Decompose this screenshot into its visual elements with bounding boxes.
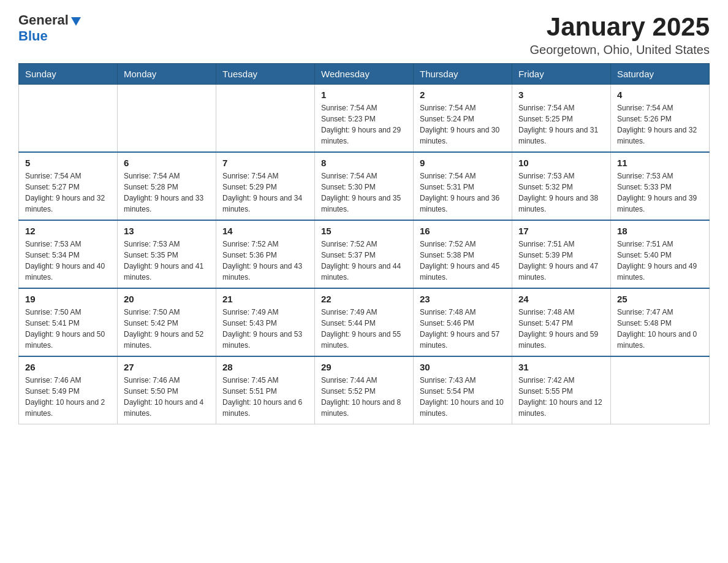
day-info: Sunrise: 7:53 AMSunset: 5:34 PMDaylight:… bbox=[25, 239, 111, 283]
day-info: Sunrise: 7:54 AMSunset: 5:25 PMDaylight:… bbox=[518, 102, 604, 147]
calendar-day-cell: 29Sunrise: 7:44 AMSunset: 5:52 PMDayligh… bbox=[315, 356, 414, 424]
day-info: Sunrise: 7:54 AMSunset: 5:24 PMDaylight:… bbox=[420, 102, 506, 147]
day-number: 12 bbox=[25, 226, 111, 236]
day-info: Sunrise: 7:53 AMSunset: 5:33 PMDaylight:… bbox=[617, 170, 703, 215]
month-title: January 2025 bbox=[530, 12, 710, 42]
day-info: Sunrise: 7:53 AMSunset: 5:32 PMDaylight:… bbox=[518, 170, 604, 215]
day-info: Sunrise: 7:53 AMSunset: 5:35 PMDaylight:… bbox=[124, 239, 210, 283]
weekday-header-sunday: Sunday bbox=[19, 64, 118, 85]
calendar-day-cell: 10Sunrise: 7:53 AMSunset: 5:32 PMDayligh… bbox=[512, 152, 611, 220]
day-info: Sunrise: 7:43 AMSunset: 5:54 PMDaylight:… bbox=[420, 375, 506, 419]
day-number: 29 bbox=[321, 362, 407, 372]
day-info: Sunrise: 7:48 AMSunset: 5:47 PMDaylight:… bbox=[518, 307, 604, 351]
day-number: 10 bbox=[518, 158, 604, 168]
calendar-week-row: 5Sunrise: 7:54 AMSunset: 5:27 PMDaylight… bbox=[19, 152, 710, 220]
day-number: 13 bbox=[124, 226, 210, 236]
weekday-header-wednesday: Wednesday bbox=[315, 64, 414, 85]
day-info: Sunrise: 7:54 AMSunset: 5:30 PMDaylight:… bbox=[321, 170, 407, 215]
day-info: Sunrise: 7:52 AMSunset: 5:37 PMDaylight:… bbox=[321, 239, 407, 283]
weekday-header-tuesday: Tuesday bbox=[216, 64, 315, 85]
logo-blue-text: Blue bbox=[18, 28, 82, 44]
day-number: 8 bbox=[321, 158, 407, 168]
calendar-day-cell: 25Sunrise: 7:47 AMSunset: 5:48 PMDayligh… bbox=[611, 288, 710, 356]
day-info: Sunrise: 7:42 AMSunset: 5:55 PMDaylight:… bbox=[518, 375, 604, 419]
calendar-week-row: 1Sunrise: 7:54 AMSunset: 5:23 PMDaylight… bbox=[19, 85, 710, 153]
svg-marker-0 bbox=[71, 17, 81, 26]
day-info: Sunrise: 7:50 AMSunset: 5:41 PMDaylight:… bbox=[25, 307, 111, 351]
logo-triangle-icon bbox=[70, 15, 82, 27]
day-number: 5 bbox=[25, 158, 111, 168]
calendar-day-cell: 20Sunrise: 7:50 AMSunset: 5:42 PMDayligh… bbox=[118, 288, 216, 356]
calendar-day-cell: 26Sunrise: 7:46 AMSunset: 5:49 PMDayligh… bbox=[19, 356, 118, 424]
day-info: Sunrise: 7:54 AMSunset: 5:28 PMDaylight:… bbox=[124, 170, 210, 215]
calendar-day-cell: 19Sunrise: 7:50 AMSunset: 5:41 PMDayligh… bbox=[19, 288, 118, 356]
day-number: 3 bbox=[518, 90, 604, 100]
logo-general-text: General bbox=[18, 12, 69, 28]
calendar-day-cell: 23Sunrise: 7:48 AMSunset: 5:46 PMDayligh… bbox=[414, 288, 512, 356]
day-number: 6 bbox=[124, 158, 210, 168]
calendar-day-cell: 2Sunrise: 7:54 AMSunset: 5:24 PMDaylight… bbox=[414, 85, 512, 153]
day-info: Sunrise: 7:46 AMSunset: 5:50 PMDaylight:… bbox=[124, 375, 210, 419]
day-number: 1 bbox=[321, 90, 407, 100]
calendar-day-cell: 22Sunrise: 7:49 AMSunset: 5:44 PMDayligh… bbox=[315, 288, 414, 356]
day-number: 2 bbox=[420, 90, 506, 100]
calendar-day-cell: 18Sunrise: 7:51 AMSunset: 5:40 PMDayligh… bbox=[611, 220, 710, 288]
calendar-day-cell: 16Sunrise: 7:52 AMSunset: 5:38 PMDayligh… bbox=[414, 220, 512, 288]
day-number: 31 bbox=[518, 362, 604, 372]
calendar-day-cell: 9Sunrise: 7:54 AMSunset: 5:31 PMDaylight… bbox=[414, 152, 512, 220]
day-info: Sunrise: 7:54 AMSunset: 5:29 PMDaylight:… bbox=[222, 170, 308, 215]
title-section: January 2025 Georgetown, Ohio, United St… bbox=[530, 12, 710, 57]
day-number: 25 bbox=[617, 294, 703, 304]
day-number: 4 bbox=[617, 90, 703, 100]
calendar-day-cell: 12Sunrise: 7:53 AMSunset: 5:34 PMDayligh… bbox=[19, 220, 118, 288]
day-number: 26 bbox=[25, 362, 111, 372]
day-info: Sunrise: 7:54 AMSunset: 5:23 PMDaylight:… bbox=[321, 102, 407, 147]
weekday-header-thursday: Thursday bbox=[414, 64, 512, 85]
day-number: 16 bbox=[420, 226, 506, 236]
day-number: 19 bbox=[25, 294, 111, 304]
calendar-day-cell: 27Sunrise: 7:46 AMSunset: 5:50 PMDayligh… bbox=[118, 356, 216, 424]
calendar-day-cell: 21Sunrise: 7:49 AMSunset: 5:43 PMDayligh… bbox=[216, 288, 315, 356]
calendar-day-cell bbox=[19, 85, 118, 153]
day-number: 30 bbox=[420, 362, 506, 372]
day-number: 14 bbox=[222, 226, 308, 236]
day-number: 18 bbox=[617, 226, 703, 236]
calendar-day-cell bbox=[611, 356, 710, 424]
location-title: Georgetown, Ohio, United States bbox=[530, 43, 710, 57]
day-number: 22 bbox=[321, 294, 407, 304]
day-info: Sunrise: 7:49 AMSunset: 5:43 PMDaylight:… bbox=[222, 307, 308, 351]
day-info: Sunrise: 7:44 AMSunset: 5:52 PMDaylight:… bbox=[321, 375, 407, 419]
day-number: 9 bbox=[420, 158, 506, 168]
calendar-day-cell: 3Sunrise: 7:54 AMSunset: 5:25 PMDaylight… bbox=[512, 85, 611, 153]
day-info: Sunrise: 7:54 AMSunset: 5:31 PMDaylight:… bbox=[420, 170, 506, 215]
calendar-day-cell: 31Sunrise: 7:42 AMSunset: 5:55 PMDayligh… bbox=[512, 356, 611, 424]
weekday-header-monday: Monday bbox=[118, 64, 216, 85]
calendar-day-cell: 28Sunrise: 7:45 AMSunset: 5:51 PMDayligh… bbox=[216, 356, 315, 424]
calendar-day-cell: 13Sunrise: 7:53 AMSunset: 5:35 PMDayligh… bbox=[118, 220, 216, 288]
day-number: 21 bbox=[222, 294, 308, 304]
day-number: 28 bbox=[222, 362, 308, 372]
weekday-header-row: SundayMondayTuesdayWednesdayThursdayFrid… bbox=[19, 64, 710, 85]
page-header: General Blue January 2025 Georgetown, Oh… bbox=[18, 12, 710, 57]
day-info: Sunrise: 7:46 AMSunset: 5:49 PMDaylight:… bbox=[25, 375, 111, 419]
day-info: Sunrise: 7:47 AMSunset: 5:48 PMDaylight:… bbox=[617, 307, 703, 351]
day-info: Sunrise: 7:48 AMSunset: 5:46 PMDaylight:… bbox=[420, 307, 506, 351]
day-info: Sunrise: 7:54 AMSunset: 5:26 PMDaylight:… bbox=[617, 102, 703, 147]
day-number: 24 bbox=[518, 294, 604, 304]
calendar-week-row: 26Sunrise: 7:46 AMSunset: 5:49 PMDayligh… bbox=[19, 356, 710, 424]
calendar-table: SundayMondayTuesdayWednesdayThursdayFrid… bbox=[18, 63, 710, 424]
calendar-day-cell: 24Sunrise: 7:48 AMSunset: 5:47 PMDayligh… bbox=[512, 288, 611, 356]
calendar-week-row: 12Sunrise: 7:53 AMSunset: 5:34 PMDayligh… bbox=[19, 220, 710, 288]
logo: General Blue bbox=[18, 12, 82, 44]
day-info: Sunrise: 7:51 AMSunset: 5:40 PMDaylight:… bbox=[617, 239, 703, 283]
calendar-day-cell: 15Sunrise: 7:52 AMSunset: 5:37 PMDayligh… bbox=[315, 220, 414, 288]
day-info: Sunrise: 7:45 AMSunset: 5:51 PMDaylight:… bbox=[222, 375, 308, 419]
calendar-week-row: 19Sunrise: 7:50 AMSunset: 5:41 PMDayligh… bbox=[19, 288, 710, 356]
day-number: 23 bbox=[420, 294, 506, 304]
day-info: Sunrise: 7:54 AMSunset: 5:27 PMDaylight:… bbox=[25, 170, 111, 215]
weekday-header-friday: Friday bbox=[512, 64, 611, 85]
day-number: 20 bbox=[124, 294, 210, 304]
day-number: 17 bbox=[518, 226, 604, 236]
day-number: 11 bbox=[617, 158, 703, 168]
calendar-day-cell: 6Sunrise: 7:54 AMSunset: 5:28 PMDaylight… bbox=[118, 152, 216, 220]
